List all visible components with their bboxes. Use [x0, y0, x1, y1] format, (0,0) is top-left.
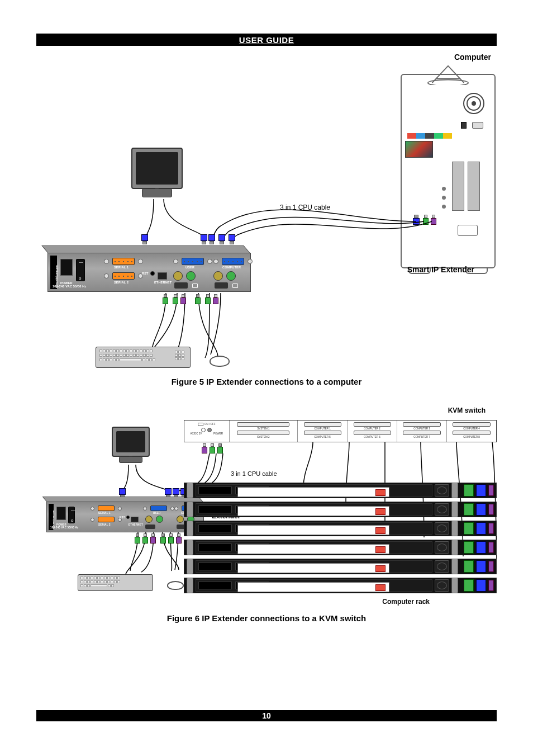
rack-server-2 — [184, 502, 497, 517]
figure6-caption: Figure 6 IP Extender connections to a KV… — [36, 613, 497, 623]
footer-bar: 10 — [36, 710, 497, 721]
user-label: USER — [185, 266, 194, 269]
power-hz-label: 100-240 VAC 50/60 Hz — [53, 285, 86, 288]
extender-label: Smart IP Extender — [407, 265, 474, 274]
ip-extender-small: www.minicom.com POWER 100-240 VAC 50/60 … — [46, 502, 204, 532]
mouse-icon — [210, 356, 230, 367]
cpu-cable-label: 3 in 1 CPU cable — [280, 204, 330, 211]
keyboard-small — [78, 574, 153, 591]
computer-label: Computer — [454, 53, 491, 62]
serial1-label: SERIAL 1 — [114, 266, 129, 269]
monitor — [131, 148, 183, 189]
computer-rack-label: Computer rack — [382, 598, 430, 606]
figure-5: Computer — [36, 53, 497, 386]
cpu-cable-label-2: 3 in 1 CPU cable — [231, 470, 277, 477]
computer-tower — [401, 74, 496, 268]
rack-server-4 — [184, 540, 497, 555]
serial2-label: SERIAL 2 — [114, 281, 129, 284]
ethernet-label: ETHERNET — [154, 281, 172, 284]
ip-extender: www.minicom.com POWER 100-240 VAC 50/60 … — [47, 253, 251, 292]
keyboard-icon — [96, 347, 191, 368]
computer-port-label: COMPUTER — [222, 266, 241, 269]
rack-server-6 — [184, 578, 497, 593]
fan-icon — [463, 93, 484, 114]
mouse-small — [167, 581, 184, 590]
figure5-caption: Figure 5 IP Extender connections to a co… — [36, 377, 497, 386]
rack-server-3 — [184, 521, 497, 536]
rack-server-5 — [184, 559, 497, 574]
rst-label: RST — [142, 272, 149, 275]
page-number: 10 — [262, 711, 271, 720]
header-bar: USER GUIDE — [36, 34, 497, 46]
kvm-switch-label: KVM switch — [448, 407, 486, 414]
kvm-switch: ON / OFF AC/DC 5V POWER SYSTEM 1 — [184, 420, 497, 442]
header-title: USER GUIDE — [239, 35, 294, 45]
figure-6: KVM switch ON / OFF AC/DC 5V — [36, 403, 497, 623]
rack-server-1 — [184, 483, 497, 498]
monitor-small — [112, 427, 150, 457]
